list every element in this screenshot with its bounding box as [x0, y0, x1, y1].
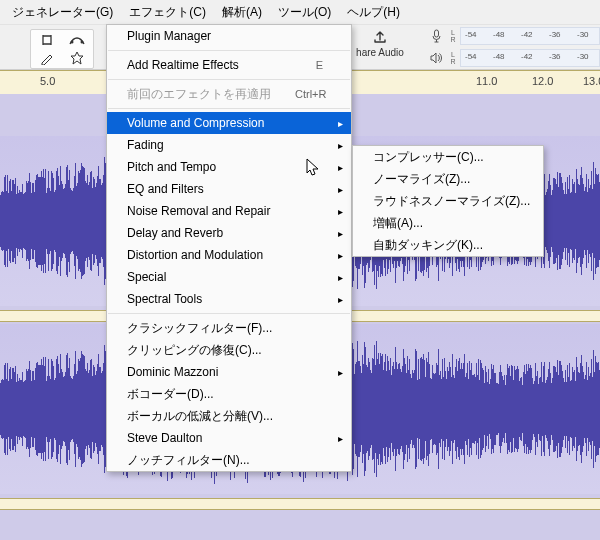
menu-item[interactable]: Delay and Reverb▸ — [107, 222, 351, 244]
menu-item[interactable]: Noise Removal and Repair▸ — [107, 200, 351, 222]
menu-item[interactable]: ノッチフィルター(N)... — [107, 449, 351, 471]
menu-item[interactable]: ボーカルの低減と分離(V)... — [107, 405, 351, 427]
chevron-right-icon: ▸ — [338, 162, 343, 173]
playback-meter[interactable]: -54 -48 -42 -36 -30 — [460, 49, 600, 67]
menu-tools[interactable]: ツール(O) — [270, 1, 339, 24]
menu-item[interactable]: Spectral Tools▸ — [107, 288, 351, 310]
menu-help[interactable]: ヘルプ(H) — [339, 1, 408, 24]
chevron-right-icon: ▸ — [338, 294, 343, 305]
chevron-right-icon: ▸ — [338, 140, 343, 151]
share-label: hare Audio — [350, 47, 410, 58]
menu-item[interactable]: ボコーダー(D)... — [107, 383, 351, 405]
tool-palette — [30, 29, 94, 69]
menu-item[interactable]: Distortion and Modulation▸ — [107, 244, 351, 266]
menu-item[interactable]: コンプレッサー(C)... — [353, 146, 543, 168]
ruler-tick: 12.0 — [532, 75, 553, 87]
menu-analyze[interactable]: 解析(A) — [214, 1, 270, 24]
menu-item[interactable]: ラウドネスノーマライズ(Z)... — [353, 190, 543, 212]
svg-point-0 — [71, 41, 74, 44]
menu-item[interactable]: Add Realtime EffectsE — [107, 54, 351, 76]
share-audio-button[interactable]: hare Audio — [350, 27, 410, 67]
draw-tool-icon[interactable] — [33, 49, 61, 67]
svg-point-1 — [81, 41, 84, 44]
menu-item[interactable]: Steve Daulton▸ — [107, 427, 351, 449]
chevron-right-icon: ▸ — [338, 367, 343, 378]
chevron-right-icon: ▸ — [338, 118, 343, 129]
chevron-right-icon: ▸ — [338, 272, 343, 283]
meter-lr-labels: LR — [446, 29, 460, 43]
meter-lr-labels: LR — [446, 51, 460, 65]
menu-item[interactable]: EQ and Filters▸ — [107, 178, 351, 200]
microphone-icon[interactable] — [426, 29, 446, 44]
menu-item[interactable]: クリッピングの修復(C)... — [107, 339, 351, 361]
envelope-tool-icon[interactable] — [63, 31, 91, 49]
menu-item[interactable]: 前回のエフェクトを再適用Ctrl+R — [107, 83, 351, 105]
volume-compression-submenu: コンプレッサー(C)...ノーマライズ(Z)...ラウドネスノーマライズ(Z).… — [352, 145, 544, 257]
record-meter[interactable]: -54 -48 -42 -36 -30 — [460, 27, 600, 45]
menu-item[interactable]: Volume and Compression▸ — [107, 112, 351, 134]
menu-item[interactable]: クラシックフィルター(F)... — [107, 317, 351, 339]
menu-item[interactable]: ノーマライズ(Z)... — [353, 168, 543, 190]
chevron-right-icon: ▸ — [338, 228, 343, 239]
effect-menu: Plugin ManagerAdd Realtime EffectsE前回のエフ… — [106, 24, 352, 472]
menu-item[interactable]: 自動ダッキング(K)... — [353, 234, 543, 256]
ruler-tick: 11.0 — [476, 75, 497, 87]
chevron-right-icon: ▸ — [338, 206, 343, 217]
ruler-tick: 13.0 — [583, 75, 600, 87]
chevron-right-icon: ▸ — [338, 184, 343, 195]
menu-item[interactable]: Fading▸ — [107, 134, 351, 156]
menu-item[interactable]: Dominic Mazzoni▸ — [107, 361, 351, 383]
selection-tool-icon[interactable] — [33, 31, 61, 49]
menu-item[interactable]: 増幅(A)... — [353, 212, 543, 234]
track-divider — [0, 498, 600, 510]
meters: LR -54 -48 -42 -36 -30 LR -54 -48 -42 -3… — [426, 25, 600, 69]
menu-item[interactable]: Special▸ — [107, 266, 351, 288]
menu-item[interactable]: Plugin Manager — [107, 25, 351, 47]
speaker-icon[interactable] — [426, 51, 446, 65]
chevron-right-icon: ▸ — [338, 250, 343, 261]
multi-tool-icon[interactable] — [63, 49, 91, 67]
svg-rect-2 — [434, 30, 438, 37]
menubar: ジェネレーター(G) エフェクト(C) 解析(A) ツール(O) ヘルプ(H) — [0, 0, 600, 25]
menu-effect[interactable]: エフェクト(C) — [121, 1, 214, 24]
menu-item[interactable]: Pitch and Tempo▸ — [107, 156, 351, 178]
menu-generator[interactable]: ジェネレーター(G) — [4, 1, 121, 24]
chevron-right-icon: ▸ — [338, 433, 343, 444]
share-icon — [350, 27, 410, 47]
ruler-tick: 5.0 — [40, 75, 55, 87]
